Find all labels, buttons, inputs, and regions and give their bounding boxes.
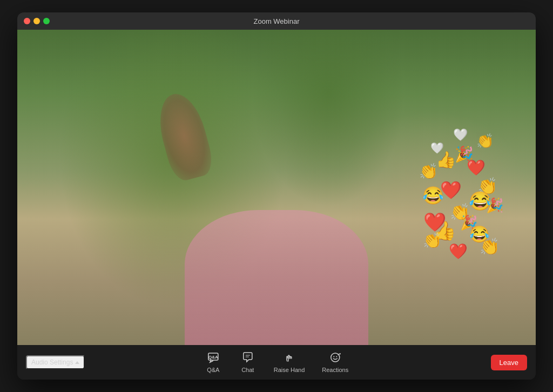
qa-label: Q&A	[207, 367, 219, 373]
reactions-button[interactable]: Reactions	[314, 348, 356, 376]
reactions-icon	[329, 352, 341, 365]
close-button[interactable]	[24, 18, 30, 24]
raise-hand-icon	[284, 352, 295, 365]
chat-icon	[242, 352, 254, 365]
app-window: Zoom Webinar 🤍👏🤍🎉👍❤️👏👏❤️😂😂🎉👏❤️🎉👍😂👏👏❤️ Au…	[17, 12, 536, 380]
minimize-button[interactable]	[33, 18, 40, 24]
hand-visual	[152, 89, 216, 183]
audio-settings-label: Audio Settings	[31, 359, 73, 366]
svg-point-5	[333, 356, 334, 357]
svg-text:Q&A: Q&A	[208, 355, 218, 360]
leave-button[interactable]: Leave	[491, 355, 527, 370]
audio-section: Audio Settings	[26, 355, 85, 369]
leave-section: Leave	[491, 355, 527, 370]
maximize-button[interactable]	[43, 18, 50, 24]
raise-hand-label: Raise Hand	[274, 367, 305, 373]
video-area: 🤍👏🤍🎉👍❤️👏👏❤️😂😂🎉👏❤️🎉👍😂👏👏❤️	[17, 30, 536, 345]
chevron-up-icon	[75, 361, 79, 364]
chat-button[interactable]: Chat	[232, 348, 264, 376]
jacket-visual	[185, 210, 368, 345]
svg-point-7	[340, 353, 341, 354]
chat-label: Chat	[241, 367, 254, 373]
title-bar: Zoom Webinar	[17, 12, 536, 30]
svg-point-6	[336, 356, 337, 357]
raise-hand-button[interactable]: Raise Hand	[266, 348, 312, 376]
qa-button[interactable]: Q&A Q&A	[197, 348, 230, 376]
traffic-lights	[24, 18, 50, 24]
window-title: Zoom Webinar	[253, 17, 299, 25]
presenter-video	[17, 30, 536, 345]
video-background	[17, 30, 536, 345]
bottom-toolbar: Audio Settings Q&A Q&A	[17, 345, 536, 380]
audio-settings-button[interactable]: Audio Settings	[26, 355, 85, 369]
toolbar-buttons: Q&A Q&A Chat	[197, 348, 356, 376]
qa-icon: Q&A	[207, 352, 219, 365]
reactions-label: Reactions	[322, 367, 348, 373]
